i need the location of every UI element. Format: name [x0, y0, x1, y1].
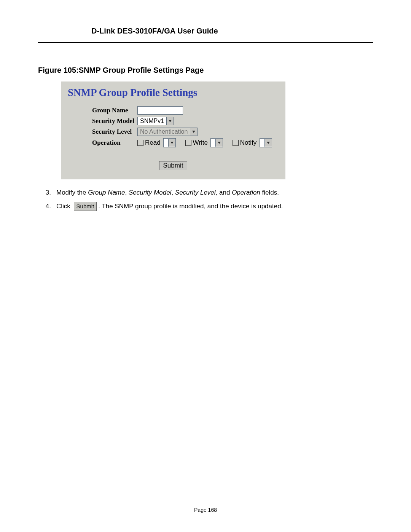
read-checkbox[interactable] [137, 140, 143, 146]
security-model-select[interactable]: SNMPv1 [137, 117, 174, 125]
notify-select[interactable] [260, 138, 272, 147]
notify-checkbox[interactable] [233, 140, 239, 146]
panel-title: SNMP Group Profile Settings [68, 87, 279, 99]
step-3: 3. Modify the Group Name, Security Model… [38, 188, 373, 198]
read-select[interactable] [163, 138, 176, 147]
step-4: 4. Click Submit. The SNMP group profile … [38, 201, 373, 211]
dropdown-button[interactable] [190, 128, 197, 136]
dropdown-button[interactable] [264, 139, 272, 147]
step-text: Click Submit. The SNMP group profile is … [56, 201, 373, 211]
chevron-down-icon [192, 131, 195, 133]
page-footer: Page 168 [38, 502, 373, 513]
security-level-value: No Authentication [138, 128, 190, 135]
write-select[interactable] [210, 138, 223, 147]
security-model-value: SNMPv1 [138, 118, 166, 125]
chevron-down-icon [218, 142, 221, 144]
figure-caption: Figure 105:SNMP Group Profile Settings P… [38, 66, 373, 75]
header-rule [38, 42, 373, 43]
step-text: Modify the Group Name, Security Model, S… [56, 188, 373, 198]
label-group-name: Group Name [91, 106, 136, 115]
dropdown-button[interactable] [166, 117, 174, 125]
settings-form: Group Name Security Model SNMPv1 Securit… [91, 104, 274, 150]
page-number: Page 168 [38, 507, 373, 513]
group-name-input[interactable] [137, 106, 183, 115]
step-number: 4. [38, 201, 56, 211]
instruction-list: 3. Modify the Group Name, Security Model… [38, 188, 373, 211]
read-label: Read [145, 139, 161, 146]
chevron-down-icon [170, 142, 174, 144]
label-security-level: Security Level [91, 128, 136, 136]
snmp-settings-panel: SNMP Group Profile Settings Group Name S… [61, 81, 285, 179]
label-security-model: Security Model [91, 117, 136, 125]
inline-submit-button: Submit [74, 202, 97, 211]
footer-rule [38, 502, 373, 502]
chevron-down-icon [267, 142, 270, 144]
notify-label: Notify [240, 139, 256, 146]
chevron-down-icon [169, 120, 172, 122]
step-number: 3. [38, 188, 56, 198]
doc-header-title: D-Link DES-3010FA/GA User Guide [91, 27, 373, 35]
security-level-select[interactable]: No Authentication [137, 128, 198, 136]
dropdown-button[interactable] [168, 139, 175, 147]
submit-button[interactable]: Submit [159, 161, 188, 170]
write-label: Write [193, 139, 208, 146]
dropdown-button[interactable] [215, 139, 223, 147]
write-checkbox[interactable] [185, 140, 191, 146]
label-operation: Operation [91, 138, 136, 147]
